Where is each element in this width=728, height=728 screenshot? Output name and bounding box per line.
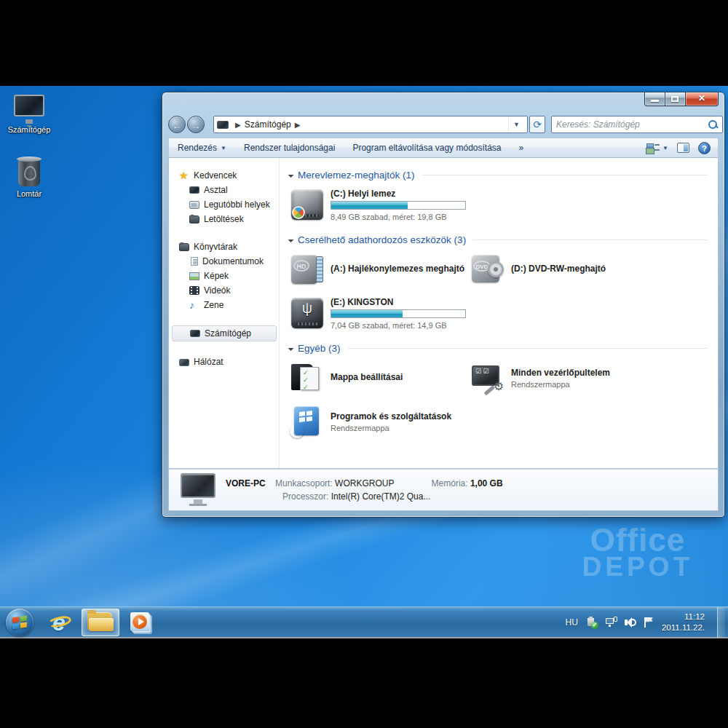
breadcrumb-computer[interactable]: Számítógép <box>245 119 291 130</box>
sidebar-item-videos[interactable]: Videók <box>169 283 280 298</box>
navigation-pane: ★ Kedvencek Asztal Legutóbbi helyek <box>169 158 280 468</box>
watermark-line1: Office <box>582 526 693 555</box>
network-tray-icon[interactable] <box>605 617 617 628</box>
videos-icon <box>189 286 199 295</box>
desktop-icon-computer[interactable]: Számítógép <box>0 95 58 134</box>
sidebar-item-pictures[interactable]: Képek <box>169 269 280 283</box>
search-box[interactable] <box>551 116 723 133</box>
office-depot-watermark: Office DEPOT <box>582 526 693 580</box>
refresh-button[interactable]: ⟳ <box>529 116 545 133</box>
star-icon: ★ <box>179 171 189 180</box>
change-view-button[interactable]: ▼ <box>646 143 668 153</box>
control-panel-tile[interactable]: ☑ ☑ ⚙ Minden vezérlőpultelem Rendszermap… <box>470 361 649 395</box>
desktop-icon-recycle-bin[interactable]: Lomtár <box>0 159 58 198</box>
taskbar-item-media-player[interactable] <box>122 609 160 636</box>
workgroup-value: WORKGROUP <box>335 478 394 488</box>
sidebar-item-desktop[interactable]: Asztal <box>169 183 280 197</box>
favorites-group: ★ Kedvencek Asztal Legutóbbi helyek <box>169 168 280 226</box>
caption-buttons: ✕ <box>644 92 719 106</box>
sidebar-item-computer[interactable]: Számítógép <box>172 325 277 341</box>
language-indicator[interactable]: HU <box>564 617 579 628</box>
drive-name: (D:) DVD-RW-meghajtó <box>511 264 606 274</box>
sidebar-item-downloads[interactable]: Letöltések <box>169 212 280 226</box>
chevron-down-icon: ▼ <box>221 145 226 151</box>
volume-tray-icon[interactable] <box>624 617 636 628</box>
downloads-icon <box>189 215 199 223</box>
drive-a-tile[interactable]: HD (A:) Hajlékonylemezes meghajtó <box>290 253 469 286</box>
address-dropdown-button[interactable]: ▼ <box>508 116 524 132</box>
monitor-base <box>189 504 207 506</box>
drive-capacity: 7,04 GB szabad, méret: 14,9 GB <box>331 321 466 330</box>
show-desktop-button[interactable] <box>717 607 725 638</box>
minimize-button[interactable] <box>644 92 665 106</box>
search-input[interactable] <box>556 119 708 130</box>
sidebar-item-label: Videók <box>204 285 230 296</box>
section-header-removable[interactable]: Cserélhető adathordozós eszközök (3) <box>290 234 718 245</box>
libraries-icon <box>179 243 189 251</box>
windows-flag-icon <box>299 411 312 422</box>
other-tiles: ✓ ✓ ✓ Mappa beállításai ☑ ☑ ⚙ <box>290 361 718 448</box>
taskbar-item-explorer[interactable] <box>82 609 119 636</box>
system-properties-button[interactable]: Rendszer tulajdonságai <box>235 138 344 157</box>
disc-icon <box>290 424 304 438</box>
organize-button[interactable]: Rendezés ▼ <box>169 138 235 157</box>
item-type: Rendszermappa <box>331 424 451 432</box>
details-text: VORE-PC Munkacsoport: WORKGROUP Memória:… <box>226 477 503 503</box>
collapse-triangle-icon[interactable] <box>288 169 297 178</box>
drive-name: (A:) Hajlékonylemezes meghajtó <box>331 264 464 274</box>
drive-name: (E:) KINGSTON <box>331 297 466 307</box>
sidebar-group-label: Könyvtárak <box>194 242 237 252</box>
collapse-triangle-icon[interactable] <box>288 342 297 351</box>
back-button[interactable]: ← <box>168 116 186 133</box>
sidebar-item-label: Hálózat <box>194 357 223 367</box>
section-header-other[interactable]: Egyéb (3) <box>290 343 718 354</box>
file-list: Merevlemez-meghajtók (1) (C:) Helyi leme… <box>280 158 718 468</box>
computer-name: VORE-PC <box>226 478 266 488</box>
taskbar-item-internet-explorer[interactable]: e <box>41 609 79 636</box>
usb-symbol-icon: ψ <box>290 301 325 315</box>
usb-tray-icon[interactable]: ✓ <box>586 617 598 628</box>
forward-button[interactable]: → <box>187 116 205 133</box>
desktop-icon-label: Számítógép <box>0 125 58 134</box>
section-header-hard-disks[interactable]: Merevlemez-meghajtók (1) <box>290 170 718 181</box>
usage-fill <box>331 310 403 317</box>
uninstall-program-button[interactable]: Program eltávolítása vagy módosítása <box>344 138 510 157</box>
action-center-flag-icon[interactable] <box>643 617 655 628</box>
collapse-triangle-icon[interactable] <box>288 234 297 242</box>
computer-icon <box>14 95 44 116</box>
sidebar-item-documents[interactable]: Dokumentumok <box>169 254 280 269</box>
sidebar-item-network[interactable]: Hálózat <box>169 355 280 369</box>
navigation-bar: ← → ▶ Számítógép ▶ ▼ ⟳ <box>168 114 719 135</box>
taskbar-clock[interactable]: 11:12 2011.11.22. <box>662 612 711 633</box>
sidebar-item-libraries[interactable]: Könyvtárak <box>169 240 280 254</box>
computer-monitor-icon <box>179 473 218 507</box>
close-button[interactable]: ✕ <box>686 92 719 106</box>
help-button[interactable]: ? <box>698 142 711 154</box>
views-icon <box>646 143 660 153</box>
drive-d-tile[interactable]: DVD (D:) DVD-RW-meghajtó <box>470 253 649 286</box>
programs-tile[interactable]: Programok és szolgáltatások Rendszermapp… <box>290 405 596 438</box>
workgroup-label: Munkacsoport: <box>275 478 333 488</box>
explorer-folder-icon <box>87 612 114 633</box>
sidebar-item-favorites[interactable]: ★ Kedvencek <box>169 168 280 183</box>
address-bar[interactable]: ▶ Számítógép ▶ ▼ <box>213 116 528 133</box>
start-button[interactable] <box>6 609 33 636</box>
folder-options-tile[interactable]: ✓ ✓ ✓ Mappa beállításai <box>290 361 469 395</box>
sidebar-item-label: Asztal <box>204 185 228 195</box>
internet-explorer-icon: e <box>47 611 72 634</box>
sidebar-item-label: Dokumentumok <box>202 256 264 266</box>
screenshot-root: Office DEPOT Számítógép Lomtár ✕ ← → <box>0 0 728 728</box>
item-name: Programok és szolgáltatások <box>331 411 451 422</box>
hard-disks-tiles: (C:) Helyi lemez 8,49 GB szabad, méret: … <box>290 188 718 232</box>
memory-value: 1,00 GB <box>470 478 503 488</box>
sidebar-item-music[interactable]: ♪ Zene <box>169 298 280 312</box>
toolbar-overflow-button[interactable]: » <box>510 138 533 157</box>
sidebar-item-recent-places[interactable]: Legutóbbi helyek <box>169 197 280 212</box>
drive-e-tile[interactable]: ψ (E:) KINGSTON 7,04 GB szabad, méret: 1… <box>290 296 596 330</box>
search-icon[interactable] <box>708 120 718 130</box>
documents-icon <box>191 257 198 266</box>
preview-pane-button[interactable] <box>677 143 689 153</box>
recycle-bin-icon <box>18 159 40 186</box>
drive-c-tile[interactable]: (C:) Helyi lemez 8,49 GB szabad, méret: … <box>290 188 596 221</box>
maximize-button[interactable] <box>665 92 686 106</box>
